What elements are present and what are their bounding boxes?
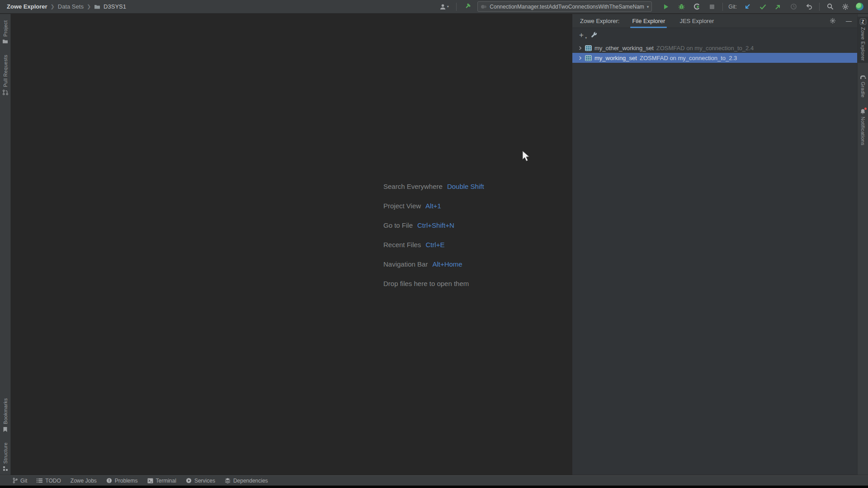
- structure-label: Structure: [3, 442, 8, 464]
- breadcrumb-section[interactable]: Data Sets: [58, 3, 84, 10]
- stop-button[interactable]: [707, 2, 717, 12]
- statusbar-item-services[interactable]: Services: [186, 478, 215, 484]
- dataset-icon: [585, 55, 592, 61]
- panel-settings-gear-icon[interactable]: [828, 16, 838, 26]
- statusbar-item-git[interactable]: Git: [13, 478, 27, 484]
- settings-gear-icon[interactable]: [840, 2, 850, 12]
- statusbar-item-terminal[interactable]: Terminal: [147, 478, 176, 484]
- gradle-icon: [860, 75, 866, 80]
- statusbar-item-zowe-jobs[interactable]: Zowe Jobs: [71, 478, 97, 484]
- drop-files-hint: Drop files here to open them: [383, 280, 469, 287]
- toolbar-divider: [456, 3, 457, 11]
- toolbar-divider: [722, 3, 723, 11]
- shortcut-keys: Alt+1: [425, 202, 441, 210]
- chevron-down-icon: ▾: [647, 5, 649, 9]
- working-set-tree: my_other_working_set ZOSMFAD on my_conne…: [572, 42, 857, 63]
- window-edge: [0, 486, 868, 488]
- breadcrumb-item[interactable]: D3SYS1: [104, 3, 126, 10]
- breadcrumb-separator-icon: ❯: [51, 4, 55, 9]
- breadcrumb-separator-icon: ❯: [87, 4, 91, 9]
- statusbar-item-todo[interactable]: TODO: [37, 478, 61, 484]
- git-label: Git:: [728, 4, 737, 10]
- shortcut-keys: Alt+Home: [432, 260, 462, 268]
- folder-icon: [2, 39, 8, 44]
- problems-icon: [106, 478, 112, 483]
- pull-requests-label: Pull Requests: [3, 55, 8, 87]
- todo-list-icon: [37, 478, 42, 483]
- shortcut-keys: Double Shift: [447, 183, 484, 190]
- build-hammer-icon[interactable]: [462, 2, 472, 12]
- toolbar-divider: [819, 3, 820, 11]
- shortcut-keys: Ctrl+Shift+N: [417, 221, 454, 229]
- git-update-button[interactable]: [742, 2, 752, 12]
- right-tool-window-stripe: Z Zowe Explorer Gradle Notifications: [857, 14, 868, 475]
- pull-request-icon: [2, 89, 8, 95]
- shortcut-label: Recent Files: [383, 241, 421, 249]
- shortcut-label: Go to File: [383, 221, 413, 229]
- status-bar: Git TODO Zowe Jobs Problems Terminal Ser…: [0, 475, 868, 485]
- notifications-label: Notifications: [860, 117, 866, 145]
- sidebar-item-zowe-explorer[interactable]: Z Zowe Explorer: [858, 17, 868, 63]
- breadcrumb: Zowe Explorer ❯ Data Sets ❯ D3SYS1: [0, 3, 126, 10]
- sidebar-item-gradle[interactable]: Gradle: [858, 73, 868, 99]
- shortcut-label: Project View: [383, 202, 421, 210]
- shortcut-keys: Ctrl+E: [425, 241, 444, 249]
- working-set-detail: ZOSMFAD on my_connection_to_2.3: [640, 55, 737, 61]
- dataset-icon: [585, 45, 592, 51]
- bookmark-icon: [3, 427, 8, 432]
- dependencies-icon: [225, 478, 231, 483]
- tab-file-explorer[interactable]: File Explorer: [632, 14, 665, 28]
- chevron-down-icon: ▾: [447, 5, 449, 9]
- notifications-bell-icon: [860, 108, 866, 114]
- left-tool-window-stripe: Project Pull Requests Bookmarks Structur…: [0, 14, 11, 475]
- bookmarks-label: Bookmarks: [3, 398, 8, 424]
- working-set-name: my_other_working_set: [594, 45, 654, 52]
- tree-row-other-working-set[interactable]: my_other_working_set ZOSMFAD on my_conne…: [572, 43, 857, 53]
- toolbar-actions: ▾ ConnectionManager.testAddTwoConnection…: [437, 1, 868, 12]
- debug-button[interactable]: [676, 2, 686, 12]
- sidebar-item-notifications[interactable]: Notifications: [858, 107, 868, 147]
- search-everywhere-icon[interactable]: [825, 2, 835, 12]
- panel-tabs: File Explorer JES Explorer: [632, 14, 714, 28]
- services-icon: [186, 478, 192, 483]
- code-with-me-globe-icon[interactable]: [856, 3, 863, 10]
- statusbar-item-dependencies[interactable]: Dependencies: [225, 478, 268, 484]
- zowe-icon: Z: [860, 19, 866, 25]
- git-branch-icon: [13, 478, 18, 483]
- run-configuration-select[interactable]: ConnectionManager.testAddTwoConnectionsW…: [477, 1, 652, 12]
- ide-window: Zowe Explorer ❯ Data Sets ❯ D3SYS1 ▾: [0, 0, 868, 488]
- terminal-icon: [147, 478, 153, 483]
- breadcrumb-folder-icon: [94, 4, 100, 9]
- rollback-icon[interactable]: [804, 2, 814, 12]
- tree-row-working-set[interactable]: my_working_set ZOSMFAD on my_connection_…: [572, 53, 857, 63]
- wrench-settings-icon[interactable]: [591, 31, 598, 38]
- chevron-right-icon[interactable]: [578, 46, 582, 50]
- chevron-down-icon: ▾: [585, 36, 587, 39]
- tool-window-header: Zowe Explorer: File Explorer JES Explore…: [572, 14, 857, 28]
- sidebar-item-project[interactable]: Project: [0, 19, 11, 46]
- zowe-explorer-panel: Zowe Explorer: File Explorer JES Explore…: [572, 14, 857, 475]
- run-config-icon: [481, 4, 487, 9]
- run-with-coverage-button[interactable]: [692, 2, 702, 12]
- structure-icon: [3, 466, 8, 471]
- working-set-detail: ZOSMFAD on my_connection_to_2.4: [656, 45, 754, 52]
- main-toolbar: Zowe Explorer ❯ Data Sets ❯ D3SYS1 ▾: [0, 0, 868, 14]
- history-clock-icon[interactable]: [788, 2, 798, 12]
- tab-jes-explorer[interactable]: JES Explorer: [679, 14, 714, 28]
- statusbar-item-problems[interactable]: Problems: [106, 478, 138, 484]
- git-push-button[interactable]: [773, 2, 783, 12]
- add-working-set-button[interactable]: + ▾: [579, 31, 584, 39]
- sidebar-item-bookmarks[interactable]: Bookmarks: [0, 396, 11, 434]
- run-button[interactable]: [661, 2, 671, 12]
- chevron-right-icon[interactable]: [578, 56, 582, 60]
- minimize-icon[interactable]: —: [846, 18, 852, 24]
- notification-dot: [864, 108, 867, 110]
- sidebar-item-structure[interactable]: Structure: [0, 441, 11, 473]
- git-commit-button[interactable]: [758, 2, 768, 12]
- user-account-button[interactable]: ▾: [437, 2, 451, 12]
- breadcrumb-root[interactable]: Zowe Explorer: [7, 3, 47, 10]
- run-config-name: ConnectionManager.testAddTwoConnectionsW…: [490, 4, 644, 10]
- project-label: Project: [3, 20, 8, 37]
- gradle-label: Gradle: [860, 82, 866, 98]
- sidebar-item-pull-requests[interactable]: Pull Requests: [0, 53, 11, 97]
